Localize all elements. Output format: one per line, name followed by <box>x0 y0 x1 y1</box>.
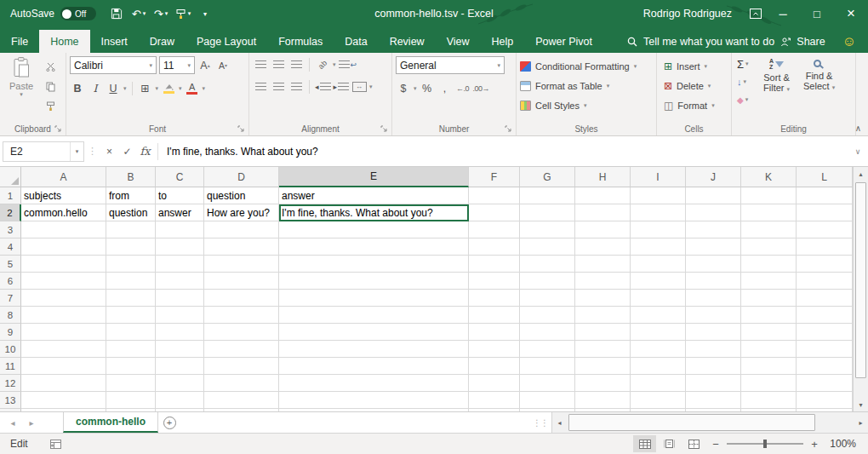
feedback-smiley-button[interactable]: ☺ <box>842 30 856 53</box>
increase-decimal-button[interactable]: ←.0 <box>455 80 471 96</box>
cell-L6[interactable] <box>797 273 853 290</box>
cell-L9[interactable] <box>797 324 853 341</box>
cell-D7[interactable] <box>204 290 279 307</box>
cell-K13[interactable] <box>741 392 797 409</box>
tab-data[interactable]: Data <box>334 30 378 53</box>
accounting-format-button[interactable]: $ <box>396 80 411 96</box>
cell-I1[interactable] <box>631 187 686 204</box>
percent-style-button[interactable]: % <box>420 80 435 96</box>
cell-C8[interactable] <box>156 307 204 324</box>
new-sheet-button[interactable]: + <box>158 412 180 433</box>
cell-B6[interactable] <box>106 273 156 290</box>
cell-F10[interactable] <box>469 341 520 358</box>
cell-L7[interactable] <box>797 290 853 307</box>
cell-C10[interactable] <box>156 341 204 358</box>
scroll-down-arrow[interactable]: ▾ <box>854 398 868 411</box>
tab-power-pivot[interactable]: Power Pivot <box>524 30 603 53</box>
tab-home[interactable]: Home <box>39 30 89 53</box>
save-button[interactable] <box>106 3 127 25</box>
cell-G3[interactable] <box>520 221 575 238</box>
cell-J12[interactable] <box>686 375 741 392</box>
cell-J6[interactable] <box>686 273 741 290</box>
cell-E6[interactable] <box>279 273 469 290</box>
cell-A7[interactable] <box>21 290 106 307</box>
cell-K10[interactable] <box>741 341 797 358</box>
cell-C4[interactable] <box>156 238 204 256</box>
cell-C7[interactable] <box>156 290 204 307</box>
format-cells-button[interactable]: ◫ Format ▾ <box>664 95 728 115</box>
undo-button[interactable]: ↶▾ <box>128 3 149 25</box>
cell-A5[interactable] <box>21 256 106 273</box>
cell-H12[interactable] <box>575 375 631 392</box>
cell-E5[interactable] <box>279 256 469 273</box>
cell-E11[interactable] <box>279 358 469 375</box>
cell-D12[interactable] <box>204 375 279 392</box>
conditional-formatting-button[interactable]: Conditional Formatting ▾ <box>520 56 653 76</box>
cell-L10[interactable] <box>797 341 853 358</box>
cell-L4[interactable] <box>797 238 853 256</box>
wrap-text-button[interactable]: ↩ <box>339 56 357 72</box>
tab-formulas[interactable]: Formulas <box>267 30 334 53</box>
cell-I3[interactable] <box>631 221 686 238</box>
horizontal-scrollbar[interactable]: ◂ ▸ <box>551 412 868 433</box>
cell-E7[interactable] <box>279 290 469 307</box>
cell-E9[interactable] <box>279 324 469 341</box>
cell-I9[interactable] <box>631 324 686 341</box>
column-header-L[interactable]: L <box>797 167 853 187</box>
cell-C12[interactable] <box>156 375 204 392</box>
column-header-B[interactable]: B <box>106 167 156 187</box>
cell-F2[interactable] <box>469 204 520 221</box>
cell-D10[interactable] <box>204 341 279 358</box>
tab-insert[interactable]: Insert <box>90 30 139 53</box>
column-header-E[interactable]: E <box>279 167 469 187</box>
cell-I11[interactable] <box>631 358 686 375</box>
autosave-control[interactable]: AutoSave Off <box>10 7 96 20</box>
tab-page-layout[interactable]: Page Layout <box>186 30 267 53</box>
cell-K8[interactable] <box>741 307 797 324</box>
cell-K6[interactable] <box>741 273 797 290</box>
column-header-A[interactable]: A <box>21 167 106 187</box>
redo-button[interactable]: ↷▾ <box>151 3 171 25</box>
cell-A6[interactable] <box>21 273 106 290</box>
macro-record-button[interactable] <box>50 440 61 449</box>
cell-B12[interactable] <box>106 375 156 392</box>
cell-F7[interactable] <box>469 290 520 307</box>
italic-button[interactable]: I <box>88 80 103 96</box>
cell-K12[interactable] <box>741 375 797 392</box>
align-bottom-button[interactable] <box>288 56 304 72</box>
tab-view[interactable]: View <box>436 30 481 53</box>
cell-D5[interactable] <box>204 256 279 273</box>
font-name-combo[interactable]: Calibri ▾ <box>70 56 157 74</box>
cell-H11[interactable] <box>575 358 631 375</box>
formula-bar-splitter[interactable]: ⋮ <box>84 146 100 157</box>
sheet-tab-common-hello[interactable]: common-hello <box>63 412 158 433</box>
increase-indent-button[interactable]: ▸ <box>334 78 350 95</box>
cell-B2[interactable]: question <box>106 204 156 221</box>
vertical-scroll-thumb[interactable] <box>855 182 866 378</box>
name-box[interactable]: E2 ▾ <box>3 141 84 162</box>
tell-me-box[interactable]: Tell me what you want to do <box>627 30 774 53</box>
cell-D11[interactable] <box>204 358 279 375</box>
formula-input[interactable]: I'm fine, thanks. What about you? <box>162 146 850 158</box>
cell-F4[interactable] <box>469 238 520 256</box>
cell-H6[interactable] <box>575 273 631 290</box>
cell-E3[interactable] <box>279 221 469 238</box>
row-header-13[interactable]: 13 <box>0 392 21 409</box>
align-middle-button[interactable] <box>271 56 286 72</box>
column-header-G[interactable]: G <box>520 167 575 187</box>
cell-L8[interactable] <box>797 307 853 324</box>
zoom-level[interactable]: 100% <box>824 438 868 450</box>
enter-button[interactable]: ✓ <box>118 141 136 162</box>
cell-J5[interactable] <box>686 256 741 273</box>
row-header-3[interactable]: 3 <box>0 221 21 238</box>
cell-F1[interactable] <box>469 187 520 204</box>
cell-K7[interactable] <box>741 290 797 307</box>
cell-C5[interactable] <box>156 256 204 273</box>
scroll-left-arrow[interactable]: ◂ <box>552 419 567 427</box>
column-header-H[interactable]: H <box>575 167 631 187</box>
cell-J3[interactable] <box>686 221 741 238</box>
font-dialog-launcher[interactable] <box>237 124 246 134</box>
zoom-out-button[interactable]: − <box>706 438 725 451</box>
autosave-toggle[interactable]: Off <box>60 7 96 20</box>
cell-D9[interactable] <box>204 324 279 341</box>
